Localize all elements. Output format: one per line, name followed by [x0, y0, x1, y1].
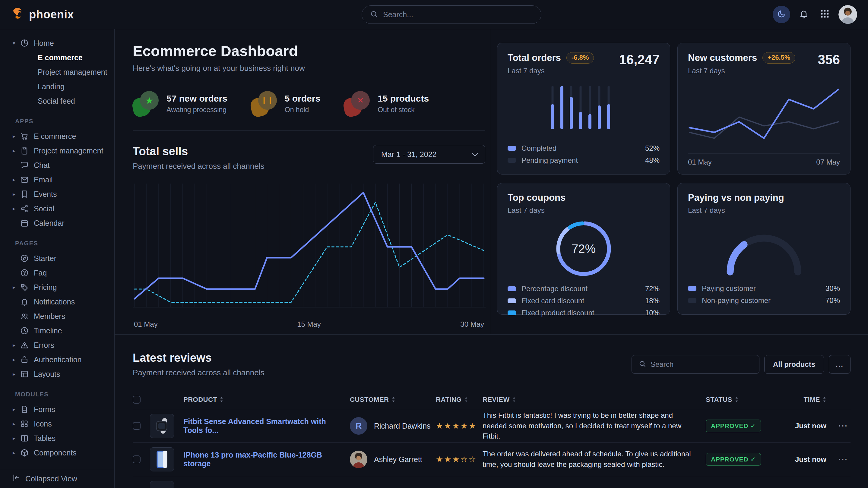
legend-swatch	[507, 146, 516, 151]
phoenix-flame-icon	[11, 7, 25, 23]
sidebar-item-timeline[interactable]: Timeline	[0, 323, 114, 338]
sidebar-item-label: Layouts	[34, 370, 60, 379]
apps-grid-button[interactable]	[817, 6, 832, 23]
legend-label: Completed	[522, 144, 556, 153]
reviews-search[interactable]	[631, 355, 760, 374]
column-header-review[interactable]: REVIEW	[483, 396, 706, 403]
legend-value: 52%	[645, 144, 660, 153]
sidebar-item-tables[interactable]: ▸Tables	[0, 431, 114, 446]
status-badge: APPROVED ✓	[706, 453, 761, 466]
reviews-subtitle: Payment received across all channels	[133, 368, 264, 378]
row-checkbox[interactable]	[133, 422, 141, 430]
sidebar-item-authentication[interactable]: ▸Authentication	[0, 352, 114, 367]
customer-avatar[interactable]	[350, 451, 367, 468]
sidebar-item-pricing[interactable]: ▸Pricing	[0, 280, 114, 294]
caret-right-icon: ▸	[13, 357, 20, 363]
new-orders-star-icon: ★	[133, 90, 159, 117]
date-range-select[interactable]: Mar 1 - 31, 2022	[373, 145, 485, 164]
x-axis-label: 07 May	[816, 158, 840, 166]
legend-value: 70%	[826, 296, 840, 305]
notifications-button[interactable]	[796, 6, 811, 23]
caret-down-icon: ▾	[13, 40, 20, 46]
top-coupons-donut-chart: 72%	[507, 215, 660, 283]
divider	[133, 130, 485, 131]
sidebar-item-events[interactable]: ▸Events	[0, 187, 114, 201]
sidebar-item-faq[interactable]: Faq	[0, 265, 114, 280]
clipboard-icon	[20, 146, 29, 155]
theme-toggle-button[interactable]	[773, 6, 790, 23]
x-axis-label: 01 May	[134, 320, 158, 329]
new-customers-card: New customers +26.5% Last 7 days 356 01 …	[677, 43, 850, 174]
sidebar-item-icons[interactable]: ▸Icons	[0, 417, 114, 431]
legend-label: Pending payment	[522, 156, 578, 165]
card-title: Paying vs non paying	[688, 192, 784, 203]
sidebar-item-landing[interactable]: Landing	[0, 79, 114, 94]
sidebar-item-project-management[interactable]: Project management	[0, 65, 114, 79]
sidebar-item-social[interactable]: ▸Social	[0, 201, 114, 216]
reviews-more-button[interactable]: ...	[829, 355, 850, 374]
sidebar-item-forms[interactable]: ▸Forms	[0, 402, 114, 417]
bell-icon	[799, 9, 809, 20]
card-title: New customers	[688, 53, 757, 63]
reviews-search-input[interactable]	[651, 360, 752, 369]
brand-logo[interactable]: phoenix	[11, 7, 74, 23]
top-coupons-legend: Percentage discount72%Fixed card discoun…	[507, 283, 660, 319]
caret-right-icon: ▸	[13, 176, 20, 183]
caret-right-icon: ▸	[13, 191, 20, 197]
sidebar-item-social-feed[interactable]: Social feed	[0, 94, 114, 108]
customer-name: Ashley Garrett	[374, 455, 436, 464]
product-link[interactable]: Fitbit Sense Advanced Smartwatch with To…	[183, 417, 350, 435]
column-header-customer[interactable]: CUSTOMER	[350, 396, 436, 403]
column-header-rating[interactable]: RATING	[436, 396, 483, 403]
product-link[interactable]: iPhone 13 pro max-Pacific Blue-128GB sto…	[183, 451, 350, 468]
sidebar-item-starter[interactable]: Starter	[0, 251, 114, 265]
sidebar-item-chat[interactable]: Chat	[0, 158, 114, 172]
product-thumbnail[interactable]	[150, 447, 174, 471]
all-products-filter-button[interactable]: All products	[764, 355, 824, 374]
sidebar-item-calendar[interactable]: Calendar	[0, 216, 114, 230]
legend-item-completed: Completed52%	[507, 142, 660, 154]
sidebar-item-errors[interactable]: ▸Errors	[0, 338, 114, 352]
sidebar-item-email[interactable]: ▸Email	[0, 172, 114, 187]
user-avatar[interactable]	[838, 5, 857, 24]
paying-legend: Paying customer30%Non-paying customer70%	[688, 283, 840, 306]
sidebar-item-e-commerce[interactable]: E commerce	[0, 50, 114, 65]
date-range-value: Mar 1 - 31, 2022	[381, 150, 436, 159]
kpi-cards: Total orders -6.8% Last 7 days 16,247 Co…	[491, 29, 868, 334]
row-actions-button[interactable]: ···	[838, 421, 850, 431]
column-header-time[interactable]: TIME	[803, 396, 826, 403]
sidebar-item-components[interactable]: ▸Components	[0, 446, 114, 460]
sidebar-item-label: Faq	[34, 268, 47, 277]
collapse-sidebar-button[interactable]: Collapsed View	[0, 469, 114, 488]
trend-badge: -6.8%	[566, 52, 594, 64]
caret-right-icon: ▸	[13, 450, 20, 456]
clock-icon	[20, 326, 29, 335]
global-search[interactable]	[362, 5, 541, 24]
customer-avatar[interactable]: R	[350, 417, 367, 435]
sidebar-item-project-management[interactable]: ▸Project management	[0, 143, 114, 158]
review-text: The order was delivered ahead of schedul…	[483, 449, 706, 470]
product-thumbnail[interactable]	[150, 481, 174, 488]
x-axis-label: 30 May	[460, 320, 484, 329]
grid-dots-icon	[820, 9, 830, 20]
column-header-status[interactable]: STATUS	[706, 396, 781, 403]
global-search-input[interactable]	[383, 10, 533, 19]
row-actions-button[interactable]: ···	[838, 455, 850, 464]
sidebar-item-label: Tables	[34, 434, 56, 443]
column-header-product[interactable]: PRODUCT	[183, 396, 350, 403]
collapse-label: Collapsed View	[25, 475, 77, 483]
stat-sub: On hold	[285, 106, 320, 114]
select-all-checkbox[interactable]	[133, 396, 141, 403]
card-title: Top coupons	[507, 192, 565, 203]
compass-icon	[20, 254, 29, 263]
sidebar-item-members[interactable]: Members	[0, 309, 114, 323]
sidebar-item-e-commerce[interactable]: ▸E commerce	[0, 129, 114, 143]
sidebar-item-notifications[interactable]: Notifications	[0, 294, 114, 309]
row-checkbox[interactable]	[133, 455, 141, 463]
product-thumbnail[interactable]	[150, 414, 174, 438]
sidebar-item-home[interactable]: ▾Home	[0, 36, 114, 50]
latest-reviews-section: Latest reviews Payment received across a…	[115, 334, 868, 488]
status-cell: APPROVED ✓	[706, 453, 781, 466]
sidebar-item-layouts[interactable]: ▸Layouts	[0, 367, 114, 381]
card-title: Total orders	[507, 53, 561, 63]
